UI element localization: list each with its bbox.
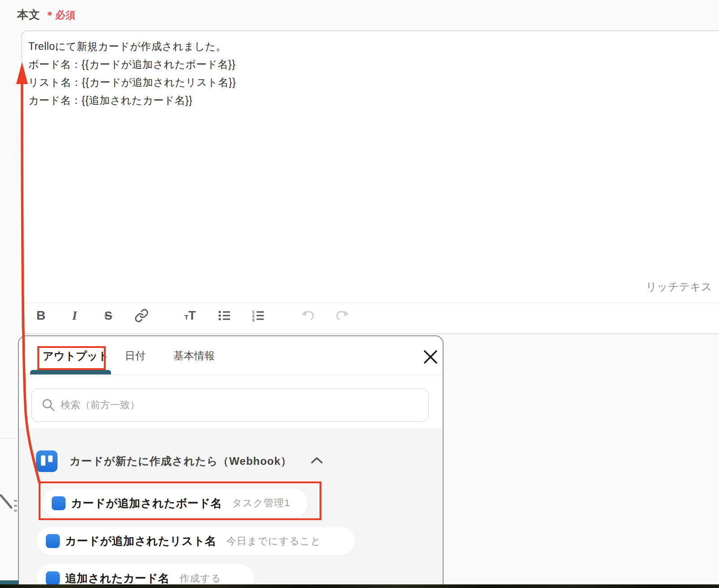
- redo-icon: [334, 309, 350, 322]
- italic-icon: I: [72, 308, 77, 323]
- page: 本文＊必須 Trelloにて新規カードが作成されました。ボード名：{{カードが追…: [0, 0, 719, 588]
- output-item-list-name[interactable]: カードが追加されたリスト名 今日までにすること: [37, 527, 355, 555]
- rich-text-mode-label[interactable]: リッチテキス: [646, 280, 712, 294]
- field-label-text: 本文: [17, 8, 40, 21]
- tab-date[interactable]: 日付: [125, 349, 146, 363]
- text-size-button[interactable]: TT: [180, 305, 200, 326]
- body-editor[interactable]: Trelloにて新規カードが作成されました。ボード名：{{カードが追加されたボー…: [22, 31, 719, 334]
- close-icon: [422, 349, 439, 365]
- link-button[interactable]: [132, 305, 151, 326]
- variable-picker-popup: アウトプット 日付 基本情報 検索（前方一致） カードが新たに作成されたら（We…: [18, 335, 444, 588]
- editor-text[interactable]: Trelloにて新規カードが作成されました。ボード名：{{カードが追加されたボー…: [28, 37, 236, 109]
- trello-app-icon: [36, 450, 58, 472]
- bold-button[interactable]: B: [31, 305, 51, 326]
- search-input[interactable]: 検索（前方一致）: [31, 388, 429, 422]
- editor-line: リスト名：{{カードが追加されたリスト名}}: [28, 73, 236, 91]
- output-item-value: タスク管理1: [232, 496, 290, 510]
- editor-line: Trelloにて新規カードが作成されました。: [28, 37, 236, 55]
- undo-icon: [300, 309, 316, 322]
- editor-line: ボード名：{{カードが追加されたボード名}}: [28, 55, 236, 73]
- strikethrough-icon: S: [104, 309, 112, 323]
- trigger-section-title: カードが新たに作成されたら（Webhook）: [70, 454, 292, 468]
- tabs-divider: [19, 374, 443, 375]
- text-size-icon: TT: [184, 309, 196, 323]
- collapse-section-button[interactable]: [310, 455, 324, 467]
- output-item-label: 追加されたカード名: [65, 571, 169, 586]
- tab-basic-info[interactable]: 基本情報: [173, 349, 215, 363]
- background-fragment: [14, 505, 17, 507]
- numbered-list-icon: 1 2 3: [251, 308, 265, 323]
- output-item-board-name[interactable]: カードが追加されたボード名 タスク管理1: [43, 489, 308, 517]
- bullet-list-button[interactable]: [214, 305, 234, 326]
- italic-button[interactable]: I: [65, 305, 84, 326]
- link-icon: [134, 308, 149, 323]
- trello-icon: [52, 496, 66, 510]
- strikethrough-button[interactable]: S: [98, 305, 118, 326]
- required-badge: ＊必須: [45, 9, 76, 21]
- background-fragment: [14, 500, 17, 502]
- tab-output[interactable]: アウトプット: [43, 349, 109, 363]
- trello-icon: [46, 534, 60, 548]
- background-fragment: [14, 510, 17, 512]
- field-label: 本文＊必須: [17, 7, 76, 22]
- background-divider: [0, 438, 19, 438]
- toolbar-divider: [22, 303, 719, 303]
- output-item-value: 今日までにすること: [226, 535, 321, 548]
- chevron-up-icon: [310, 455, 324, 467]
- bold-icon: B: [36, 308, 45, 323]
- output-item-label: カードが追加されたリスト名: [65, 534, 217, 548]
- output-item-value: 作成する: [179, 572, 221, 585]
- output-item-label: カードが追加されたボード名: [71, 496, 222, 511]
- search-placeholder: 検索（前方一致）: [61, 398, 140, 412]
- numbered-list-button[interactable]: 1 2 3: [248, 305, 268, 326]
- undo-button[interactable]: [298, 305, 318, 326]
- bullet-list-icon: [217, 308, 231, 323]
- background-chevron-icon: [0, 493, 18, 511]
- desktop-wallpaper-strip: [0, 584, 719, 588]
- editor-line: カード名：{{追加されたカード名}}: [28, 91, 236, 109]
- active-tab-underline: [30, 370, 111, 374]
- search-icon: [42, 398, 55, 412]
- redo-button[interactable]: [332, 305, 352, 326]
- close-button[interactable]: [422, 349, 439, 365]
- trello-icon: [46, 571, 60, 585]
- svg-text:3: 3: [252, 318, 254, 322]
